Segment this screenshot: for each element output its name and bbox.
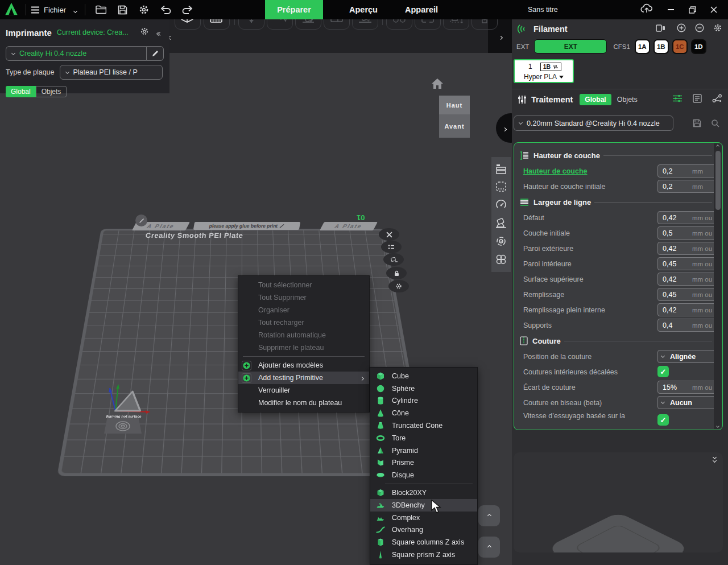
minimize-button[interactable] (662, 0, 679, 19)
slot-1d[interactable]: 1D (691, 39, 706, 54)
edit-printer-button[interactable] (147, 46, 164, 61)
submenu-item-prism[interactable]: Prisme (370, 457, 477, 469)
setting-input[interactable]: 0,45mm ou % (657, 257, 717, 270)
menu-item-delete-all[interactable]: Tout Supprimer (238, 291, 369, 304)
menu-item-add-models[interactable]: Ajouter des modèles (238, 359, 369, 372)
file-menu[interactable]: Fichier (31, 5, 77, 15)
submenu-item-cone[interactable]: Cône (370, 407, 477, 419)
plate-tab-right[interactable]: A Plate (320, 222, 378, 230)
submenu-item-cylinder[interactable]: Cylindre (370, 395, 477, 407)
filament-material-select[interactable]: Hyper PLA (515, 72, 573, 82)
process-tab-global[interactable]: Global (580, 94, 611, 105)
submenu-item-complex[interactable]: Complex (370, 512, 477, 524)
settings-table-button[interactable] (693, 94, 702, 105)
submenu-item-pyramid[interactable]: Pyramid (370, 444, 477, 457)
cloud-upload-button[interactable] (640, 3, 653, 16)
submenu-item-square-prism[interactable]: Square prism Z axis (370, 548, 477, 561)
setting-select[interactable]: Alignée (657, 350, 717, 363)
settings-scrollbar[interactable] (714, 143, 722, 429)
close-window-button[interactable] (705, 0, 722, 19)
toolbar-scroll-right-icon[interactable] (499, 31, 502, 42)
remove-filament-button[interactable] (695, 23, 704, 35)
plate-settings-button[interactable] (388, 280, 409, 292)
setting-input[interactable]: 0,45mm ou % (657, 288, 717, 301)
filament-settings-button[interactable] (713, 23, 722, 35)
plate-lock-button[interactable] (386, 267, 407, 279)
scroll-up-button[interactable] (478, 505, 500, 526)
menu-item-lock[interactable]: Verrouiller (238, 384, 369, 397)
submenu-item-truncated-cone[interactable]: Truncated Cone (370, 419, 477, 432)
view-cube-top[interactable]: Haut (439, 96, 470, 114)
submenu-item-cube[interactable]: Cube (370, 370, 477, 382)
slot-1b[interactable]: 1B (653, 39, 669, 54)
menu-item-add-testing-primitive[interactable]: Add testing Primitive (238, 372, 369, 384)
gauge-tool-icon[interactable] (495, 199, 507, 211)
scrollbar-thumb[interactable] (715, 151, 721, 210)
process-preset-select[interactable]: 0.20mm Standard @Creality Hi 0.4 nozzle (514, 116, 673, 131)
submenu-item-overhang[interactable]: Overhang (370, 524, 477, 537)
setting-checkbox[interactable] (657, 366, 669, 377)
setting-input[interactable]: 0,2mm (657, 180, 717, 193)
printer-tab-objects[interactable]: Objets (36, 86, 67, 97)
tab-prepare[interactable]: Préparer (265, 0, 323, 19)
undo-button[interactable] (160, 4, 171, 15)
setting-input[interactable]: 0,4mm ou % (657, 319, 717, 332)
setting-input[interactable]: 0,42mm ou % (657, 303, 717, 316)
menu-item-arrange[interactable]: Organiser (238, 304, 369, 316)
view-cube-front[interactable]: Avant (439, 114, 470, 138)
submenu-item-block20xy[interactable]: Block20XY (370, 486, 477, 499)
menu-item-select-all[interactable]: Tout sélectionner (238, 279, 369, 291)
scrollbar-down-icon[interactable] (714, 425, 722, 427)
printer-settings-button[interactable] (140, 27, 149, 38)
setting-input[interactable]: 0,5mm ou % (657, 226, 717, 240)
quick-settings-button[interactable] (672, 94, 682, 105)
menu-item-delete-plate[interactable]: Supprimer le plateau (238, 341, 369, 354)
filament-mapping-button[interactable] (656, 24, 665, 35)
restore-button[interactable] (684, 0, 701, 19)
save-preset-button[interactable] (693, 119, 701, 130)
layers-tool-icon[interactable] (495, 164, 507, 174)
submenu-item-3dbenchy[interactable]: 3DBenchy (370, 499, 477, 512)
menu-item-auto-rotate[interactable]: Rotation automatique (238, 329, 369, 341)
submenu-item-disc[interactable]: Disque (370, 469, 477, 481)
process-tab-objects[interactable]: Objets (617, 96, 638, 104)
ext-button[interactable]: EXT (534, 39, 607, 53)
setting-input[interactable]: 0,42mm ou % (657, 273, 717, 286)
calibration-target-icon[interactable] (495, 236, 507, 247)
slot-1a[interactable]: 1A (635, 39, 650, 54)
setting-input[interactable]: 0,42mm ou % (657, 242, 717, 255)
filament-card[interactable]: 1 1B Hyper PLA (514, 59, 574, 83)
plate-type-select[interactable]: Plateau PEI lisse / P (60, 65, 163, 80)
setting-select[interactable]: Aucun (657, 396, 717, 409)
submenu-item-sphere[interactable]: Sphère (370, 382, 477, 395)
home-view-button[interactable] (431, 78, 444, 92)
printer-tab-global[interactable]: Global (6, 86, 36, 97)
add-filament-button[interactable] (677, 23, 686, 35)
setting-checkbox[interactable] (657, 414, 669, 426)
save-button[interactable] (117, 4, 128, 15)
rename-plate-icon[interactable] (135, 215, 147, 226)
plate-close-button[interactable] (379, 228, 399, 241)
setting-input[interactable]: 0,2mm (657, 164, 717, 178)
clover-command-icon[interactable] (495, 254, 507, 265)
plate-preview-box[interactable] (514, 452, 723, 552)
setting-input[interactable]: 15%mm ou % (657, 381, 717, 394)
menu-item-reload-all[interactable]: Tout recharger (238, 316, 369, 329)
marquee-select-icon[interactable] (495, 181, 507, 192)
collapse-panel-button[interactable] (157, 28, 162, 37)
setting-label[interactable]: Hauteur de couche (523, 167, 588, 175)
app-logo[interactable] (4, 1, 19, 18)
setting-input[interactable]: 0,42mm ou % (657, 211, 717, 224)
lamp-tool-icon[interactable] (495, 217, 507, 229)
filament-card-slot[interactable]: 1B (540, 63, 561, 71)
settings-button[interactable] (138, 4, 150, 15)
open-file-button[interactable] (95, 4, 106, 15)
menu-item-rename-plate[interactable]: Modifier le nom du plateau (238, 397, 369, 409)
view-cube[interactable]: Haut Avant (439, 96, 470, 138)
plate-list-button[interactable] (381, 241, 402, 253)
plate-auto-arrange-button[interactable] (383, 253, 404, 266)
submenu-item-square-columns[interactable]: Square columns Z axis (370, 536, 477, 548)
slot-1c[interactable]: 1C (672, 39, 688, 54)
scrollbar-up-icon[interactable] (714, 145, 722, 147)
redo-button[interactable] (181, 4, 193, 15)
